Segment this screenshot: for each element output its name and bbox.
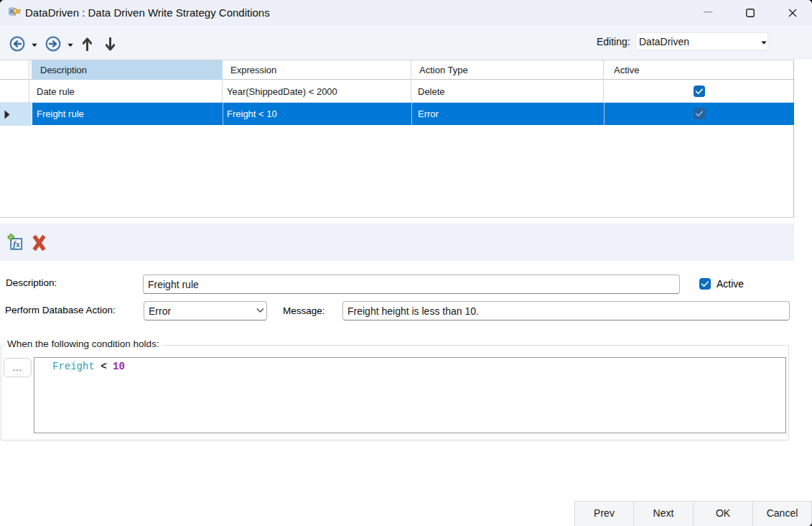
svg-text:fx: fx: [13, 239, 20, 249]
